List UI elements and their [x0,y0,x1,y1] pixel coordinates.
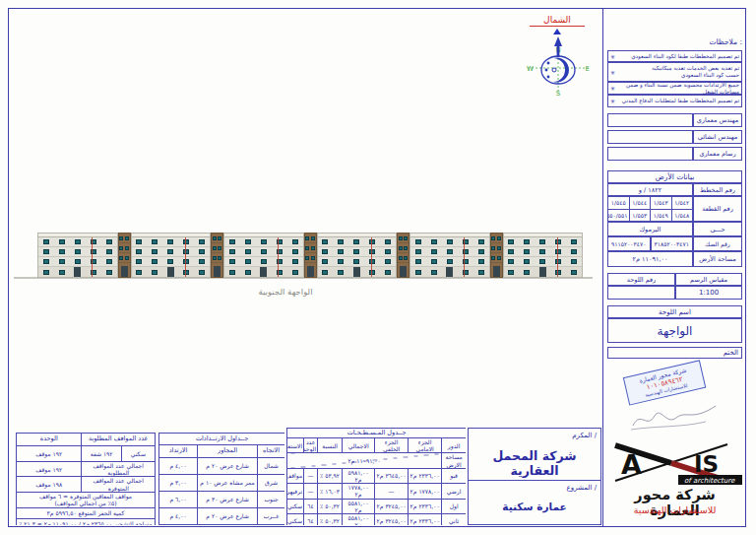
floor-band [132,237,211,247]
table-cell: الاستعمال [287,438,304,453]
logo-company-subtitle: للاستشارات الهندسية [607,504,742,515]
project-section: المشروع / عمارة سكنية [469,481,600,524]
elevation-drawing [37,233,583,278]
table-cell: ١٩٢ موقف [17,446,82,462]
window [524,259,530,264]
window [136,249,142,254]
floor-band [410,247,489,257]
window [59,249,65,254]
window [399,246,403,250]
elevation-caption: الواجهة الجنوبية [226,287,345,297]
window [152,259,158,264]
window [399,236,403,240]
window [199,239,205,244]
note-text: تم تصميم المخططات طبقا لكود البناء السعو… [617,53,739,60]
window [491,246,495,250]
table-cell: ٥٠,٣٢ ٪ [318,513,343,525]
table-cell: جــدول المـسـطـحـات [287,429,467,438]
table-cell: ٢٣٣٦,٠٠ م٢ [409,499,442,513]
window [59,239,65,244]
drain-pipe [185,237,186,277]
table-cell: ٥٥٨١,٠٠ م٢ [343,513,375,525]
window [292,270,298,275]
project-label: المشروع / [537,484,597,492]
plot-number-row: رقم القطعة ١/٥٤٢١/٥٤٣١/٥٤٤١/٥٤٥١/٥٤٨١/٥٤… [607,196,742,222]
table-cell: الاجمالي [343,438,375,453]
window [218,246,221,250]
table-cell: سكني [121,446,155,462]
stair-floor-band [398,253,409,263]
table-cell: ثاني [442,513,466,525]
window [385,239,391,244]
ground-floor [318,267,397,277]
window [119,256,123,260]
parking-table: عدد المواقف المطلوبةالوحدةسكني١٩٢ شقة١٩٢… [16,433,156,525]
stamp-area: شركة محور العمارة ١٠١٠٥٨٩٤٦٢ للاستشارات … [607,359,742,437]
stair-floor-band [119,243,130,253]
window [261,249,267,254]
district-value: اليرموك [607,222,693,236]
table-cell: ٦,٠٠ م [159,492,198,508]
window [385,259,391,264]
table-cell: ٣٢٤٥,٠٠ م٢ [375,499,409,513]
window [43,239,49,244]
window [75,239,81,244]
table-cell: مواقف [287,468,304,483]
floor-band [318,247,397,257]
window [292,259,298,264]
entrance-door [74,267,81,277]
window [415,270,421,275]
window [106,249,112,254]
table-cell: ٣٢٤٥,٠٠ م٢ [375,513,409,525]
role-label: مهندس معماري [693,113,742,127]
drawing-sheet: الشمال N S W E الواجهة الجنوبية ملاحظات … [0,0,756,535]
table-cell: ٢٣٣٦,٠٠ م٢ [409,468,442,483]
building-module [410,233,490,278]
window [338,270,344,275]
stair-floor-band [305,243,316,253]
window [75,259,81,264]
notes-title: ملاحظات : [607,37,742,46]
table-cell: الجزء الخلفي [375,438,409,453]
floor-band [504,237,583,247]
table-cell: شمال [258,458,284,475]
window [261,259,267,264]
window [245,270,251,275]
window [218,236,221,240]
window [385,270,391,275]
scale-header-row: مقياس الرسم رقم اللوحة [607,273,742,286]
north-label: الشمال [530,15,585,27]
table-cell: اجمالي عدد المواقف المطلوبة [82,462,156,477]
compass-s: S [556,90,561,97]
table-cell: ١٧٧٨,٠٠ م٢ [343,484,375,499]
drain-pipe [557,237,558,277]
window [229,239,235,244]
table-cell: الارتداد [159,445,198,458]
floor-band [410,237,489,247]
window [539,259,545,264]
table-cell: مواقف المعاقين المتوفرة = ٦ مواقف (٥٪ من… [17,492,156,507]
window [136,239,142,244]
deed-number: ٩١١٥٢٠٠٣٤٧٠ [607,236,651,251]
table-cell: — [304,468,318,483]
window [478,249,484,254]
land-area-value: ١١٠٩١,٠٠ م٢ [607,251,693,267]
entrance-door [446,267,453,277]
drain-pipe [464,237,465,277]
table-cell: مساحة الارض [442,453,466,468]
note-text: تم تصميم المخططات طبقا لمتطلبات الدفاع ا… [617,98,739,104]
window [213,236,217,240]
window [305,246,309,250]
floor-band [504,257,583,267]
entrance-door [353,267,360,277]
table-cell: ٤,٠٠ م [159,508,198,525]
entrance-door [260,267,267,277]
window [119,246,123,250]
window [447,239,453,244]
stair-floor-band [398,234,409,243]
ground-floor [132,267,211,277]
window [571,259,577,264]
table-cell: الاتجاه [258,445,284,458]
table-cell: ١١٠٩١,٠٠ م٢ [287,453,442,468]
window [431,270,437,275]
